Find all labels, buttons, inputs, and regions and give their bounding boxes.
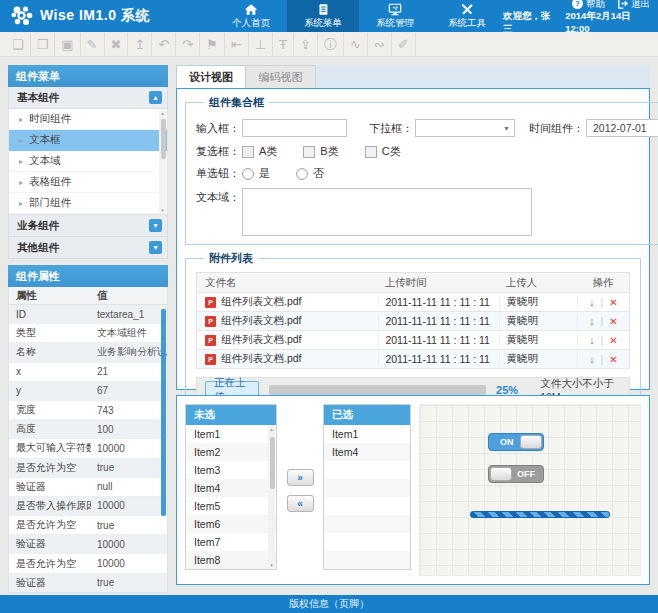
checkbox-icon[interactable] bbox=[303, 146, 315, 158]
property-row[interactable]: x 21 bbox=[9, 363, 167, 382]
pdf-file-icon: P bbox=[205, 297, 216, 308]
undo-icon[interactable]: ↶ bbox=[152, 33, 176, 56]
download-icon[interactable]: ↓ bbox=[589, 353, 594, 365]
checkbox-option[interactable]: A类 bbox=[242, 144, 277, 159]
properties-scrollbar-thumb[interactable] bbox=[161, 309, 166, 516]
delete-icon[interactable]: ✖ bbox=[105, 33, 129, 56]
attachment-file-link[interactable]: 组件列表文档.pdf bbox=[221, 333, 302, 347]
info-icon[interactable]: ⓘ bbox=[318, 33, 344, 56]
collapse-icon[interactable]: ▴ bbox=[149, 91, 162, 104]
download-icon[interactable]: ↓ bbox=[589, 296, 594, 308]
attachment-file-link[interactable]: 组件列表文档.pdf bbox=[221, 314, 302, 328]
caret-right-icon: ▸ bbox=[19, 136, 23, 145]
move-left-button[interactable]: « bbox=[287, 495, 314, 512]
open-folder-icon[interactable]: ❒ bbox=[31, 33, 56, 56]
curve-chart-icon[interactable]: ∾ bbox=[368, 33, 392, 56]
property-row[interactable]: 验证器 null bbox=[9, 478, 167, 497]
list-scrollbar-thumb[interactable] bbox=[270, 437, 275, 489]
component-list-item[interactable]: ▸ 部门组件 bbox=[9, 193, 167, 214]
logout-button[interactable]: 退出 bbox=[617, 0, 650, 10]
menu-scrollbar-thumb[interactable] bbox=[161, 119, 166, 159]
property-row[interactable]: y 67 bbox=[9, 382, 167, 401]
textarea-input[interactable] bbox=[242, 188, 532, 236]
attachment-file-link[interactable]: 组件列表文档.pdf bbox=[221, 295, 302, 309]
section-business-components[interactable]: 业务组件 ▾ bbox=[8, 215, 168, 237]
list-item[interactable]: Item7 bbox=[186, 533, 276, 551]
property-row[interactable]: 是否带入操作原因 10000 bbox=[9, 497, 167, 516]
nav-item-personal-home[interactable]: 个人首页 bbox=[215, 0, 287, 32]
line-chart-icon[interactable]: ∿ bbox=[344, 33, 368, 56]
checkbox-icon[interactable] bbox=[365, 146, 377, 158]
property-row[interactable]: 宽度 743 bbox=[9, 401, 167, 420]
component-list-item[interactable]: ▸ 表格组件 bbox=[9, 172, 167, 193]
section-other-components[interactable]: 其他组件 ▾ bbox=[8, 237, 168, 259]
radio-icon[interactable] bbox=[296, 168, 308, 180]
list-item[interactable]: Item2 bbox=[186, 443, 276, 461]
toggle-switch-on[interactable]: ON bbox=[488, 433, 544, 451]
attachment-file-link[interactable]: 组件列表文档.pdf bbox=[221, 352, 302, 366]
list-item[interactable]: Item1 bbox=[324, 425, 410, 443]
component-list-item[interactable]: ▸ 文本域 bbox=[9, 151, 167, 172]
edit-icon[interactable]: ✎ bbox=[81, 33, 105, 56]
radio-option[interactable]: 是 bbox=[242, 166, 270, 181]
radio-icon[interactable] bbox=[242, 168, 254, 180]
toggle-knob[interactable] bbox=[490, 467, 512, 481]
tab-design-view[interactable]: 设计视图 bbox=[176, 65, 246, 88]
nav-item-system-menu[interactable]: 系统菜单 bbox=[287, 0, 359, 32]
property-row[interactable]: 类型 文本域组件 bbox=[9, 324, 167, 343]
checkbox-icon[interactable] bbox=[242, 146, 254, 158]
property-row[interactable]: 验证器 true bbox=[9, 574, 167, 593]
dropdown-select[interactable]: ▼ bbox=[415, 119, 515, 137]
property-row[interactable]: 是否允许为空 true bbox=[9, 516, 167, 535]
app-root: Wise IM1.0 系统 个人首页 系统菜单 系统管理 系统工具 bbox=[0, 0, 658, 613]
tab-code-view[interactable]: 编码视图 bbox=[246, 65, 316, 88]
redo-icon[interactable]: ↷ bbox=[176, 33, 200, 56]
property-row[interactable]: 验证器 10000 bbox=[9, 535, 167, 554]
align-bottom-icon[interactable]: ⊥ bbox=[249, 33, 273, 56]
toggle-knob[interactable] bbox=[520, 435, 542, 449]
toggle-switch-off[interactable]: OFF bbox=[488, 465, 544, 483]
align-left-icon[interactable]: ⇤ bbox=[225, 33, 249, 56]
checkbox-option[interactable]: B类 bbox=[303, 144, 338, 159]
text-tool-icon[interactable]: Ŧ bbox=[273, 33, 294, 56]
upload-icon[interactable]: ↥ bbox=[128, 33, 152, 56]
list-item[interactable]: Item5 bbox=[186, 497, 276, 515]
new-file-icon[interactable]: ❏ bbox=[6, 33, 31, 56]
list-item[interactable]: Item3 bbox=[186, 461, 276, 479]
component-list-item[interactable]: ▸ 文本框 bbox=[9, 130, 167, 151]
nav-item-system-management[interactable]: 系统管理 bbox=[359, 0, 431, 32]
export-icon[interactable]: ⇪ bbox=[294, 33, 318, 56]
list-item[interactable]: Item6 bbox=[186, 515, 276, 533]
property-row[interactable]: 是否允许为空 true bbox=[9, 459, 167, 478]
checkbox-option[interactable]: C类 bbox=[365, 144, 401, 159]
download-icon[interactable]: ↓ bbox=[589, 334, 594, 346]
property-row[interactable]: 名称 业务影响分析说明 bbox=[9, 343, 167, 362]
section-basic-components[interactable]: 基本组件 ▴ bbox=[8, 87, 168, 109]
nav-item-system-tools[interactable]: 系统工具 bbox=[431, 0, 503, 32]
delete-icon[interactable]: ✕ bbox=[609, 354, 617, 365]
expand-icon[interactable]: ▾ bbox=[149, 241, 162, 254]
property-row[interactable]: 是否允许为空 10000 bbox=[9, 554, 167, 573]
property-row[interactable]: 高度 100 bbox=[9, 420, 167, 439]
list-item[interactable]: Item8 bbox=[186, 551, 276, 569]
flag-icon[interactable]: ⚑ bbox=[200, 33, 225, 56]
expand-icon[interactable]: ▾ bbox=[149, 219, 162, 232]
property-row[interactable]: 最大可输入字符数 10000 bbox=[9, 439, 167, 458]
delete-icon[interactable]: ✕ bbox=[609, 316, 617, 327]
text-input[interactable] bbox=[242, 119, 347, 137]
delete-icon[interactable]: ✕ bbox=[609, 297, 617, 308]
radio-option[interactable]: 否 bbox=[296, 166, 324, 181]
list-item[interactable]: Item1 bbox=[186, 425, 276, 443]
save-icon[interactable]: ▣ bbox=[55, 33, 80, 56]
help-button[interactable]: ? 帮助 bbox=[572, 0, 605, 10]
property-row[interactable]: ID textarea_1 bbox=[9, 305, 167, 324]
pen-icon[interactable]: ✐ bbox=[392, 33, 416, 56]
move-right-button[interactable]: » bbox=[287, 469, 314, 486]
component-list-item[interactable]: ▸ 时间组件 bbox=[9, 109, 167, 130]
date-input[interactable]: 2012-07-01 bbox=[586, 119, 658, 137]
list-item[interactable]: Item4 bbox=[186, 479, 276, 497]
delete-icon[interactable]: ✕ bbox=[609, 335, 617, 346]
list-item[interactable]: Item4 bbox=[324, 443, 410, 461]
download-icon[interactable]: ↓ bbox=[589, 315, 594, 327]
component-collection-fieldset: 组件集合框 输入框： 下拉框： ▼ 时间组件： 2012-07-01 复选框： bbox=[185, 95, 658, 245]
